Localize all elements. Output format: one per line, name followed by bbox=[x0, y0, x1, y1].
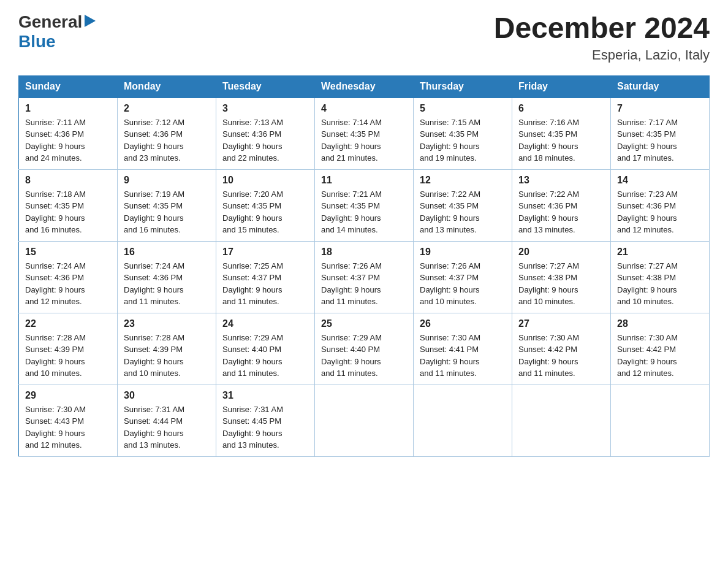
day-info: Sunrise: 7:30 AM Sunset: 4:43 PM Dayligh… bbox=[25, 405, 86, 450]
logo-blue-text: Blue bbox=[18, 32, 56, 51]
calendar-cell: 11 Sunrise: 7:21 AM Sunset: 4:35 PM Dayl… bbox=[315, 169, 414, 241]
col-monday: Monday bbox=[118, 75, 216, 98]
day-info: Sunrise: 7:27 AM Sunset: 4:38 PM Dayligh… bbox=[617, 261, 678, 307]
col-saturday: Saturday bbox=[611, 75, 710, 98]
day-number: 22 bbox=[25, 318, 111, 329]
day-number: 27 bbox=[518, 318, 604, 329]
calendar-cell: 18 Sunrise: 7:26 AM Sunset: 4:37 PM Dayl… bbox=[315, 241, 414, 313]
calendar-cell: 25 Sunrise: 7:29 AM Sunset: 4:40 PM Dayl… bbox=[315, 313, 414, 385]
day-number: 7 bbox=[617, 103, 703, 114]
calendar-cell bbox=[512, 385, 611, 456]
day-number: 12 bbox=[420, 175, 506, 186]
day-info: Sunrise: 7:29 AM Sunset: 4:40 PM Dayligh… bbox=[222, 333, 283, 378]
day-number: 18 bbox=[321, 247, 407, 258]
calendar-cell: 2 Sunrise: 7:12 AM Sunset: 4:36 PM Dayli… bbox=[118, 98, 216, 170]
calendar-cell: 6 Sunrise: 7:16 AM Sunset: 4:35 PM Dayli… bbox=[512, 98, 611, 170]
calendar-cell: 13 Sunrise: 7:22 AM Sunset: 4:36 PM Dayl… bbox=[512, 169, 611, 241]
week-row-3: 15 Sunrise: 7:24 AM Sunset: 4:36 PM Dayl… bbox=[19, 241, 710, 313]
calendar-cell: 21 Sunrise: 7:27 AM Sunset: 4:38 PM Dayl… bbox=[611, 241, 710, 313]
week-row-4: 22 Sunrise: 7:28 AM Sunset: 4:39 PM Dayl… bbox=[19, 313, 710, 385]
day-number: 6 bbox=[518, 103, 604, 114]
title-section: December 2024 Esperia, Lazio, Italy bbox=[494, 12, 710, 63]
logo: General Blue bbox=[18, 12, 96, 52]
calendar-cell: 15 Sunrise: 7:24 AM Sunset: 4:36 PM Dayl… bbox=[19, 241, 118, 313]
day-number: 24 bbox=[222, 318, 308, 329]
day-info: Sunrise: 7:22 AM Sunset: 4:35 PM Dayligh… bbox=[420, 190, 480, 235]
calendar-cell: 27 Sunrise: 7:30 AM Sunset: 4:42 PM Dayl… bbox=[512, 313, 611, 385]
col-sunday: Sunday bbox=[19, 75, 118, 98]
calendar-cell: 17 Sunrise: 7:25 AM Sunset: 4:37 PM Dayl… bbox=[216, 241, 315, 313]
day-number: 3 bbox=[222, 103, 308, 114]
day-number: 4 bbox=[321, 103, 407, 114]
day-info: Sunrise: 7:30 AM Sunset: 4:42 PM Dayligh… bbox=[617, 333, 678, 378]
calendar-cell: 31 Sunrise: 7:31 AM Sunset: 4:45 PM Dayl… bbox=[216, 385, 315, 456]
calendar-cell bbox=[315, 385, 414, 456]
calendar-cell: 3 Sunrise: 7:13 AM Sunset: 4:36 PM Dayli… bbox=[216, 98, 315, 170]
calendar-table: Sunday Monday Tuesday Wednesday Thursday… bbox=[18, 75, 710, 457]
day-info: Sunrise: 7:30 AM Sunset: 4:42 PM Dayligh… bbox=[518, 333, 579, 378]
calendar-cell: 4 Sunrise: 7:14 AM Sunset: 4:35 PM Dayli… bbox=[315, 98, 414, 170]
day-info: Sunrise: 7:21 AM Sunset: 4:35 PM Dayligh… bbox=[321, 190, 382, 235]
calendar-cell bbox=[611, 385, 710, 456]
day-number: 17 bbox=[222, 247, 308, 258]
day-info: Sunrise: 7:11 AM Sunset: 4:36 PM Dayligh… bbox=[25, 118, 86, 163]
calendar-cell: 22 Sunrise: 7:28 AM Sunset: 4:39 PM Dayl… bbox=[19, 313, 118, 385]
day-info: Sunrise: 7:13 AM Sunset: 4:36 PM Dayligh… bbox=[222, 118, 283, 163]
calendar-cell: 12 Sunrise: 7:22 AM Sunset: 4:35 PM Dayl… bbox=[414, 169, 512, 241]
svg-marker-0 bbox=[85, 15, 96, 27]
calendar-cell: 16 Sunrise: 7:24 AM Sunset: 4:36 PM Dayl… bbox=[118, 241, 216, 313]
day-info: Sunrise: 7:19 AM Sunset: 4:35 PM Dayligh… bbox=[124, 190, 184, 235]
col-thursday: Thursday bbox=[414, 75, 512, 98]
day-info: Sunrise: 7:24 AM Sunset: 4:36 PM Dayligh… bbox=[124, 261, 184, 307]
day-info: Sunrise: 7:17 AM Sunset: 4:35 PM Dayligh… bbox=[617, 118, 678, 163]
calendar-cell: 9 Sunrise: 7:19 AM Sunset: 4:35 PM Dayli… bbox=[118, 169, 216, 241]
day-number: 21 bbox=[617, 247, 703, 258]
logo-line1: General bbox=[18, 12, 96, 32]
logo-triangle-icon bbox=[85, 15, 96, 29]
day-number: 14 bbox=[617, 175, 703, 186]
day-number: 25 bbox=[321, 318, 407, 329]
day-number: 29 bbox=[25, 390, 111, 401]
calendar-cell: 30 Sunrise: 7:31 AM Sunset: 4:44 PM Dayl… bbox=[118, 385, 216, 456]
day-info: Sunrise: 7:29 AM Sunset: 4:40 PM Dayligh… bbox=[321, 333, 382, 378]
day-number: 23 bbox=[124, 318, 210, 329]
calendar-cell: 26 Sunrise: 7:30 AM Sunset: 4:41 PM Dayl… bbox=[414, 313, 512, 385]
calendar-cell: 7 Sunrise: 7:17 AM Sunset: 4:35 PM Dayli… bbox=[611, 98, 710, 170]
day-number: 2 bbox=[124, 103, 210, 114]
location-title: Esperia, Lazio, Italy bbox=[494, 47, 710, 63]
day-info: Sunrise: 7:15 AM Sunset: 4:35 PM Dayligh… bbox=[420, 118, 480, 163]
day-number: 15 bbox=[25, 247, 111, 258]
col-wednesday: Wednesday bbox=[315, 75, 414, 98]
day-info: Sunrise: 7:28 AM Sunset: 4:39 PM Dayligh… bbox=[25, 333, 86, 378]
col-tuesday: Tuesday bbox=[216, 75, 315, 98]
day-info: Sunrise: 7:31 AM Sunset: 4:44 PM Dayligh… bbox=[124, 405, 184, 450]
week-row-2: 8 Sunrise: 7:18 AM Sunset: 4:35 PM Dayli… bbox=[19, 169, 710, 241]
calendar-cell: 20 Sunrise: 7:27 AM Sunset: 4:38 PM Dayl… bbox=[512, 241, 611, 313]
logo-general-text: General bbox=[18, 12, 82, 32]
day-number: 11 bbox=[321, 175, 407, 186]
col-friday: Friday bbox=[512, 75, 611, 98]
day-number: 16 bbox=[124, 247, 210, 258]
day-info: Sunrise: 7:20 AM Sunset: 4:35 PM Dayligh… bbox=[222, 190, 283, 235]
calendar-cell bbox=[414, 385, 512, 456]
calendar-cell: 23 Sunrise: 7:28 AM Sunset: 4:39 PM Dayl… bbox=[118, 313, 216, 385]
calendar-cell: 24 Sunrise: 7:29 AM Sunset: 4:40 PM Dayl… bbox=[216, 313, 315, 385]
calendar-cell: 28 Sunrise: 7:30 AM Sunset: 4:42 PM Dayl… bbox=[611, 313, 710, 385]
calendar-cell: 10 Sunrise: 7:20 AM Sunset: 4:35 PM Dayl… bbox=[216, 169, 315, 241]
day-info: Sunrise: 7:14 AM Sunset: 4:35 PM Dayligh… bbox=[321, 118, 382, 163]
day-info: Sunrise: 7:31 AM Sunset: 4:45 PM Dayligh… bbox=[222, 405, 283, 450]
day-info: Sunrise: 7:26 AM Sunset: 4:37 PM Dayligh… bbox=[321, 261, 382, 307]
day-info: Sunrise: 7:27 AM Sunset: 4:38 PM Dayligh… bbox=[518, 261, 579, 307]
month-title: December 2024 bbox=[494, 12, 710, 45]
calendar-body: 1 Sunrise: 7:11 AM Sunset: 4:36 PM Dayli… bbox=[19, 98, 710, 457]
day-number: 13 bbox=[518, 175, 604, 186]
day-number: 31 bbox=[222, 390, 308, 401]
day-number: 5 bbox=[420, 103, 506, 114]
page-header: General Blue December 2024 Esperia, Lazi… bbox=[18, 12, 710, 63]
day-number: 28 bbox=[617, 318, 703, 329]
day-info: Sunrise: 7:12 AM Sunset: 4:36 PM Dayligh… bbox=[124, 118, 184, 163]
calendar-cell: 8 Sunrise: 7:18 AM Sunset: 4:35 PM Dayli… bbox=[19, 169, 118, 241]
calendar-cell: 19 Sunrise: 7:26 AM Sunset: 4:37 PM Dayl… bbox=[414, 241, 512, 313]
day-number: 1 bbox=[25, 103, 111, 114]
day-number: 8 bbox=[25, 175, 111, 186]
